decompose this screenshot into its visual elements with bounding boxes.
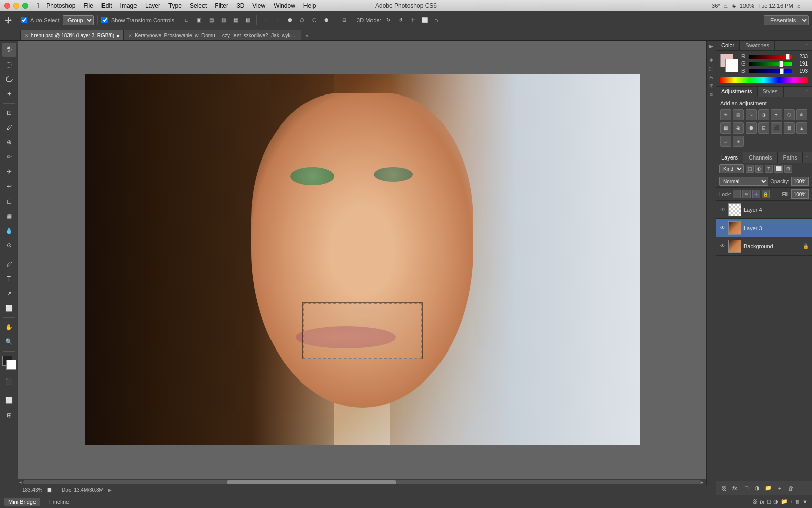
marquee-tool[interactable]: ⬚ xyxy=(2,57,16,72)
mini-bridge-del-icon[interactable]: 🗑 xyxy=(795,499,800,505)
opacity-input[interactable] xyxy=(791,177,809,186)
apple-menu[interactable]:  xyxy=(37,2,39,10)
menu-type[interactable]: Type xyxy=(165,2,185,10)
eraser-tool[interactable]: ◻ xyxy=(2,194,16,208)
panel-icon-2[interactable]: ⬚ xyxy=(708,65,715,72)
zoom-tool[interactable]: 🔍 xyxy=(2,335,16,349)
menu-file[interactable]: File xyxy=(80,2,97,10)
tab-layers[interactable]: Layers xyxy=(716,152,743,163)
maximize-button[interactable] xyxy=(22,3,28,9)
shape-tool[interactable]: ⬜ xyxy=(2,301,16,315)
gradient-map-icon[interactable]: ▱ xyxy=(720,136,731,147)
distribute-right-icon[interactable]: ⬢ xyxy=(321,15,331,25)
adj-panel-options-icon[interactable]: ≡ xyxy=(803,87,812,97)
tab-paths[interactable]: Paths xyxy=(778,152,803,163)
green-slider[interactable] xyxy=(749,62,792,66)
distribute-left-icon[interactable]: ⬠ xyxy=(297,15,307,25)
align-horizontal-center-icon[interactable]: ▦ xyxy=(230,15,241,25)
lock-all-icon[interactable]: 🔒 xyxy=(762,190,770,198)
active-document-tab[interactable]: ✕ hrehu.psd @ 183% (Layer 3, RGB/8) ● xyxy=(20,30,124,40)
mini-bridge-tab[interactable]: Mini Bridge xyxy=(4,498,40,506)
eyedropper-tool[interactable]: 🖊 xyxy=(2,120,16,135)
distribute-vertical-icon[interactable]: ⬞ xyxy=(273,15,283,25)
menu-select[interactable]: Select xyxy=(186,2,210,10)
mini-bridge-new-icon[interactable]: + xyxy=(790,499,793,505)
brush-tool[interactable]: ✏ xyxy=(2,150,16,164)
control-center-icon[interactable]: ≡ xyxy=(805,3,808,9)
show-transform-checkbox[interactable] xyxy=(101,17,108,23)
panel-icon-3[interactable]: A xyxy=(708,74,715,81)
red-thumb[interactable] xyxy=(786,54,790,60)
fx-icon[interactable]: fx xyxy=(730,484,739,493)
panel-icon-5[interactable]: ≡ xyxy=(708,91,715,98)
filter-shape-icon[interactable]: ⬜ xyxy=(774,165,783,173)
layer-3-visibility[interactable]: 👁 xyxy=(719,225,726,232)
menu-edit[interactable]: Edit xyxy=(98,2,116,10)
levels-icon[interactable]: ▤ xyxy=(733,109,744,120)
blur-tool[interactable]: 💧 xyxy=(2,224,16,238)
red-slider[interactable] xyxy=(749,55,792,59)
close-button[interactable] xyxy=(4,3,10,9)
curves-icon[interactable]: ∿ xyxy=(746,109,757,120)
mini-bridge-link-icon[interactable]: ⛓ xyxy=(752,499,758,505)
dodge-tool[interactable]: ⊙ xyxy=(2,238,16,252)
menu-image[interactable]: Image xyxy=(117,2,141,10)
horizontal-scrollbar[interactable]: ◂ ▸ xyxy=(18,479,706,485)
menu-3d[interactable]: 3D xyxy=(233,2,248,10)
path-select-tool[interactable]: ↗ xyxy=(2,287,16,301)
mask-icon[interactable]: ◻ xyxy=(741,484,751,493)
background-color-box[interactable] xyxy=(725,59,738,72)
gradient-tool[interactable]: ▦ xyxy=(2,209,16,223)
layer-kind-dropdown[interactable]: Kind xyxy=(719,164,744,173)
posterize-icon[interactable]: ▦ xyxy=(784,122,795,134)
tab-channels[interactable]: Channels xyxy=(743,152,777,163)
history-brush-tool[interactable]: ↩ xyxy=(2,179,16,194)
tab-color[interactable]: Color xyxy=(716,41,740,50)
align-vertical-center-icon[interactable]: ▣ xyxy=(194,15,204,25)
minimize-button[interactable] xyxy=(13,3,19,9)
mini-bridge-adj-icon[interactable]: ◑ xyxy=(773,498,779,505)
menu-photoshop[interactable]: Photoshop xyxy=(43,2,79,10)
tab-close-icon[interactable]: ✕ xyxy=(25,33,29,38)
filter-pixel-icon[interactable]: ⬚ xyxy=(746,165,754,173)
menu-filter[interactable]: Filter xyxy=(211,2,232,10)
invert-icon[interactable]: ⬛ xyxy=(771,122,782,134)
timeline-tab[interactable]: Timeline xyxy=(44,498,73,506)
canvas-panel-toggle[interactable]: ▶ xyxy=(708,43,715,50)
menu-help[interactable]: Help xyxy=(300,2,320,10)
delete-layer-icon[interactable]: 🗑 xyxy=(786,484,795,493)
bw-icon[interactable]: ▩ xyxy=(720,122,731,134)
healing-tool[interactable]: ⊕ xyxy=(2,135,16,149)
layer-item-background[interactable]: 👁 Background 🔒 xyxy=(716,237,812,256)
3d-slide-icon[interactable]: ⬜ xyxy=(420,15,430,25)
link-icon[interactable]: ⛓ xyxy=(719,484,728,493)
lock-transparent-icon[interactable]: ⬚ xyxy=(733,190,741,198)
panel-icon-1[interactable]: ◈ xyxy=(708,56,715,64)
lock-position-icon[interactable]: ✛ xyxy=(752,190,760,198)
tab-overflow-icon[interactable]: » xyxy=(301,30,312,40)
align-top-icon[interactable]: □ xyxy=(182,15,192,25)
vibrance-icon[interactable]: ✦ xyxy=(771,109,782,120)
layers-panel-options[interactable]: ≡ xyxy=(803,152,812,163)
folder-icon[interactable]: 📁 xyxy=(764,484,773,493)
move-tool[interactable] xyxy=(2,43,16,57)
selective-color-icon[interactable]: ◈ xyxy=(733,136,744,147)
distribute-bottom-icon[interactable]: ⬟ xyxy=(285,15,295,25)
clone-stamp-tool[interactable]: ✈ xyxy=(2,165,16,179)
search-icon[interactable]: ⌕ xyxy=(797,3,801,9)
scroll-right-btn[interactable]: ▸ xyxy=(701,480,705,485)
tab-adjustments[interactable]: Adjustments xyxy=(716,87,758,97)
filter-smartobj-icon[interactable]: ⊞ xyxy=(784,165,792,173)
menu-view[interactable]: View xyxy=(249,2,269,10)
blue-slider[interactable] xyxy=(749,69,792,73)
color-spectrum[interactable] xyxy=(720,77,808,83)
menu-window[interactable]: Window xyxy=(270,2,299,10)
canvas-document[interactable] xyxy=(85,74,640,445)
mini-bridge-collapse-icon[interactable]: ▼ xyxy=(802,499,808,505)
background-visibility[interactable]: 👁 xyxy=(719,243,726,250)
auto-select-dropdown[interactable]: Group xyxy=(63,15,94,25)
text-tool[interactable]: T xyxy=(2,272,16,286)
photo-filter-icon[interactable]: ◉ xyxy=(733,122,744,134)
scroll-left-btn[interactable]: ◂ xyxy=(19,480,23,485)
other-tab-close-icon[interactable]: ✕ xyxy=(128,33,132,38)
